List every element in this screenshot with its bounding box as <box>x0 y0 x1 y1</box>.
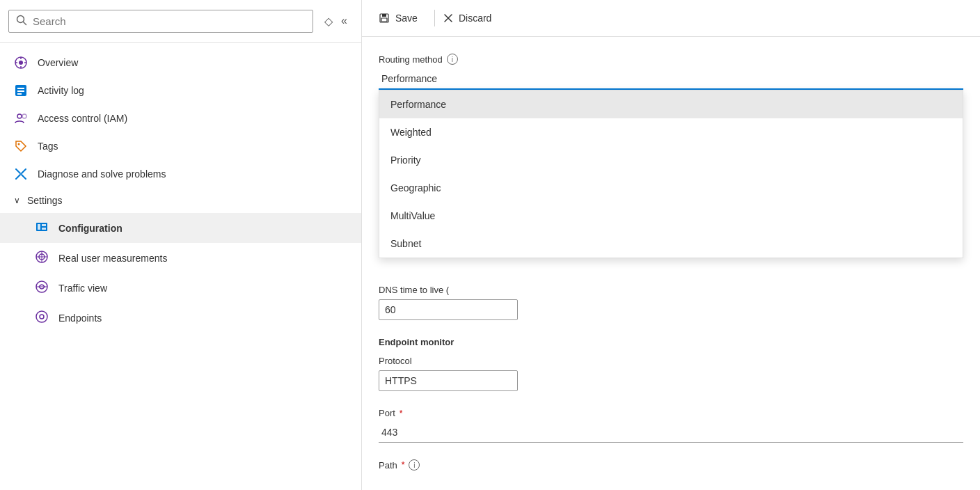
svg-point-30 <box>40 315 44 319</box>
dns-ttl-label: DNS time to live ( <box>379 285 963 295</box>
sidebar-item-diagnose[interactable]: Diagnose and solve problems <box>0 160 361 188</box>
search-icon <box>16 15 27 28</box>
sidebar-item-label-endpoints: Endpoints <box>58 313 102 324</box>
real-user-measurements-icon <box>35 250 49 266</box>
discard-button[interactable]: Discard <box>441 10 503 26</box>
svg-rect-20 <box>38 224 40 230</box>
routing-method-input[interactable] <box>379 69 963 90</box>
svg-rect-21 <box>42 224 46 226</box>
diagnose-icon <box>14 167 28 181</box>
main-content: Save Discard Routing method i Performanc… <box>362 0 980 490</box>
endpoint-monitor-group: Endpoint monitor Protocol <box>379 337 963 391</box>
tags-icon <box>14 139 28 153</box>
dns-ttl-group: DNS time to live ( <box>379 285 963 320</box>
svg-line-17 <box>16 169 20 173</box>
toolbar-separator <box>434 10 435 26</box>
endpoints-icon <box>35 310 49 326</box>
activity-log-icon <box>14 84 28 97</box>
dropdown-option-weighted[interactable]: Weighted <box>379 118 963 146</box>
access-control-icon <box>14 111 28 125</box>
save-icon <box>379 13 390 24</box>
sidebar-item-label-rum: Real user measurements <box>58 253 167 264</box>
save-label: Save <box>395 13 418 24</box>
collapse-icon[interactable]: « <box>341 15 347 28</box>
sidebar-item-configuration[interactable]: Configuration <box>0 213 361 243</box>
nav-list: Overview Activity log <box>0 43 361 490</box>
routing-method-dropdown[interactable]: Performance Weighted Priority Geographic… <box>379 90 963 258</box>
dns-ttl-input[interactable] <box>379 299 518 320</box>
sidebar-item-label-overview: Overview <box>38 57 78 68</box>
port-input[interactable] <box>379 422 963 443</box>
sidebar-section-settings[interactable]: ∨ Settings <box>0 188 361 213</box>
sidebar-item-label-tags: Tags <box>38 141 58 152</box>
port-required-star: * <box>400 409 403 418</box>
toolbar: Save Discard <box>362 0 980 37</box>
dropdown-option-geographic[interactable]: Geographic <box>379 174 963 202</box>
sidebar-item-tags[interactable]: Tags <box>0 132 361 160</box>
settings-section-label: Settings <box>27 195 63 206</box>
dropdown-option-performance[interactable]: Performance <box>379 90 963 118</box>
sidebar-item-label-traffic-view: Traffic view <box>58 283 107 294</box>
dropdown-option-multivalue[interactable]: MultiValue <box>379 202 963 230</box>
path-group: Path * i <box>379 459 963 471</box>
endpoint-monitor-title: Endpoint monitor <box>379 337 963 347</box>
sidebar: ◇ « Overview <box>0 0 362 490</box>
sidebar-item-traffic-view[interactable]: Traffic view <box>0 273 361 303</box>
sidebar-item-endpoints[interactable]: Endpoints <box>0 303 361 333</box>
routing-method-dropdown-container: Performance Weighted Priority Geographic… <box>379 69 963 90</box>
sidebar-item-label-access-control: Access control (IAM) <box>38 113 127 124</box>
svg-rect-32 <box>382 14 386 17</box>
port-group: Port * <box>379 408 963 443</box>
form-area: Routing method i Performance Weighted Pr… <box>362 37 980 490</box>
search-input-wrapper[interactable] <box>8 10 313 33</box>
svg-point-3 <box>19 61 23 65</box>
svg-rect-10 <box>17 90 24 92</box>
routing-method-info-icon[interactable]: i <box>447 54 458 65</box>
sidebar-item-activity-log[interactable]: Activity log <box>0 77 361 104</box>
svg-line-1 <box>24 22 26 25</box>
discard-icon <box>443 13 453 23</box>
sidebar-item-label-activity-log: Activity log <box>38 85 84 96</box>
toolbar-icons: ◇ « <box>319 15 353 28</box>
svg-point-12 <box>17 114 22 118</box>
path-required-star: * <box>402 460 405 470</box>
svg-rect-9 <box>17 88 24 89</box>
save-button[interactable]: Save <box>376 10 429 26</box>
svg-rect-11 <box>17 93 22 95</box>
svg-line-15 <box>16 175 20 179</box>
sidebar-item-label-configuration: Configuration <box>58 223 122 234</box>
overview-icon <box>14 56 28 70</box>
traffic-view-icon <box>35 280 49 296</box>
sidebar-item-real-user-measurements[interactable]: Real user measurements <box>0 243 361 273</box>
protocol-label: Protocol <box>379 356 963 366</box>
dropdown-option-subnet[interactable]: Subnet <box>379 230 963 258</box>
path-label: Path * i <box>379 459 963 471</box>
svg-line-18 <box>22 175 26 179</box>
svg-point-13 <box>22 114 26 118</box>
port-label: Port * <box>379 408 963 418</box>
routing-method-group: Routing method i Performance Weighted Pr… <box>379 54 963 90</box>
configuration-icon <box>35 220 49 236</box>
path-info-icon[interactable]: i <box>409 459 420 471</box>
routing-method-label: Routing method i <box>379 54 963 65</box>
sidebar-item-label-diagnose: Diagnose and solve problems <box>38 168 166 180</box>
svg-rect-22 <box>42 228 46 230</box>
search-bar: ◇ « <box>0 0 361 43</box>
svg-point-29 <box>36 311 47 322</box>
sidebar-item-overview[interactable]: Overview <box>0 49 361 77</box>
sidebar-item-access-control[interactable]: Access control (IAM) <box>0 104 361 132</box>
discard-label: Discard <box>459 13 491 24</box>
search-input[interactable] <box>33 15 306 27</box>
chevron-down-icon: ∨ <box>14 196 20 205</box>
favorite-icon[interactable]: ◇ <box>324 15 333 28</box>
dropdown-option-priority[interactable]: Priority <box>379 146 963 174</box>
svg-rect-33 <box>381 18 387 22</box>
protocol-input[interactable] <box>379 370 518 391</box>
svg-point-14 <box>18 143 20 145</box>
svg-line-16 <box>22 169 26 173</box>
